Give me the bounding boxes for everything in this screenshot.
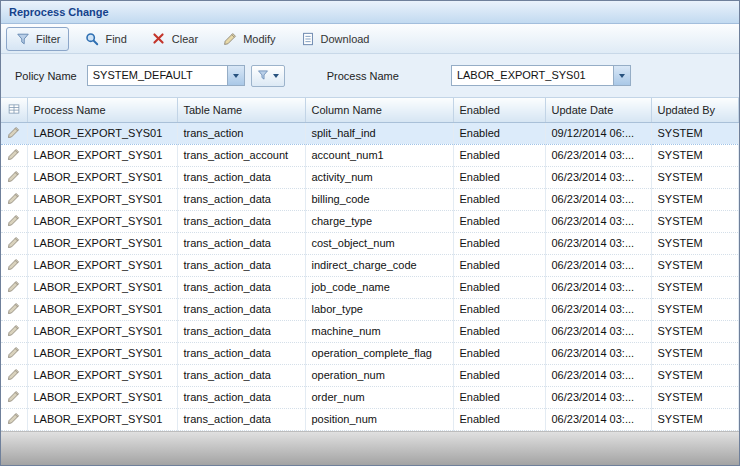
toolbar: Filter Find Clear Modify Download [1, 24, 739, 54]
cell-process-name: LABOR_EXPORT_SYS01 [27, 342, 177, 364]
edit-pencil-icon[interactable] [7, 214, 21, 228]
cell-enabled: Enabled [453, 254, 545, 276]
table-row[interactable]: LABOR_EXPORT_SYS01 trans_action_data act… [1, 166, 739, 188]
row-edit-cell[interactable] [1, 408, 27, 430]
grid-header-process-name[interactable]: Process Name [27, 98, 177, 122]
filter-button[interactable]: Filter [6, 27, 69, 51]
table-row[interactable]: LABOR_EXPORT_SYS01 trans_action_data pos… [1, 408, 739, 430]
status-bar [1, 431, 739, 465]
row-edit-cell[interactable] [1, 122, 27, 144]
grid-header-column-name[interactable]: Column Name [305, 98, 453, 122]
cell-update-date: 06/23/2014 03:... [545, 408, 651, 430]
edit-pencil-icon[interactable] [7, 236, 21, 250]
row-edit-cell[interactable] [1, 210, 27, 232]
process-name-dropdown-arrow[interactable] [613, 66, 630, 85]
grid-header-row: Process Name Table Name Column Name Enab… [1, 98, 739, 122]
cell-update-date: 06/23/2014 03:... [545, 166, 651, 188]
cell-table-name: trans_action [177, 122, 305, 144]
table-row[interactable]: LABOR_EXPORT_SYS01 trans_action split_ha… [1, 122, 739, 144]
filter-icon [15, 31, 31, 47]
cell-table-name: trans_action_data [177, 232, 305, 254]
grid-header-update-date[interactable]: Update Date [545, 98, 651, 122]
edit-pencil-icon[interactable] [7, 390, 21, 404]
filter-options-button[interactable] [251, 65, 285, 87]
row-edit-cell[interactable] [1, 254, 27, 276]
cell-table-name: trans_action_data [177, 408, 305, 430]
window-title: Reprocess Change [9, 6, 109, 18]
edit-pencil-icon[interactable] [7, 258, 21, 272]
table-row[interactable]: LABOR_EXPORT_SYS01 trans_action_data ope… [1, 364, 739, 386]
grid-header-enabled[interactable]: Enabled [453, 98, 545, 122]
table-row[interactable]: LABOR_EXPORT_SYS01 trans_action_data job… [1, 276, 739, 298]
table-row[interactable]: LABOR_EXPORT_SYS01 trans_action_account … [1, 144, 739, 166]
table-row[interactable]: LABOR_EXPORT_SYS01 trans_action_data ord… [1, 386, 739, 408]
cell-update-date: 06/23/2014 03:... [545, 276, 651, 298]
policy-name-value[interactable]: SYSTEM_DEFAULT [88, 66, 227, 85]
edit-pencil-icon[interactable] [7, 368, 21, 382]
grid-header-updated-by[interactable]: Updated By [651, 98, 739, 122]
row-edit-cell[interactable] [1, 232, 27, 254]
chevron-down-icon [273, 74, 279, 78]
table-row[interactable]: LABOR_EXPORT_SYS01 trans_action_data ope… [1, 342, 739, 364]
cell-update-date: 06/23/2014 03:... [545, 320, 651, 342]
policy-name-combo[interactable]: SYSTEM_DEFAULT [87, 65, 245, 86]
cell-enabled: Enabled [453, 320, 545, 342]
edit-pencil-icon[interactable] [7, 148, 21, 162]
download-button-label: Download [321, 33, 370, 45]
table-row[interactable]: LABOR_EXPORT_SYS01 trans_action_data cha… [1, 210, 739, 232]
cell-enabled: Enabled [453, 342, 545, 364]
edit-pencil-icon[interactable] [7, 346, 21, 360]
cell-table-name: trans_action_data [177, 188, 305, 210]
row-edit-cell[interactable] [1, 166, 27, 188]
find-button[interactable]: Find [75, 27, 135, 51]
cell-table-name: trans_action_data [177, 276, 305, 298]
cell-table-name: trans_action_data [177, 254, 305, 276]
filter-button-label: Filter [36, 33, 60, 45]
edit-pencil-icon[interactable] [7, 126, 21, 140]
row-edit-cell[interactable] [1, 188, 27, 210]
table-row[interactable]: LABOR_EXPORT_SYS01 trans_action_data mac… [1, 320, 739, 342]
cell-enabled: Enabled [453, 232, 545, 254]
cell-process-name: LABOR_EXPORT_SYS01 [27, 188, 177, 210]
process-name-value[interactable]: LABOR_EXPORT_SYS01 [452, 66, 613, 85]
table-row[interactable]: LABOR_EXPORT_SYS01 trans_action_data bil… [1, 188, 739, 210]
row-edit-cell[interactable] [1, 386, 27, 408]
grid-header-selector[interactable] [1, 98, 27, 122]
clear-icon [151, 31, 167, 47]
edit-pencil-icon[interactable] [7, 302, 21, 316]
modify-button[interactable]: Modify [213, 27, 284, 51]
process-name-combo[interactable]: LABOR_EXPORT_SYS01 [451, 65, 631, 86]
edit-pencil-icon[interactable] [7, 324, 21, 338]
download-button[interactable]: Download [291, 27, 379, 51]
edit-pencil-icon[interactable] [7, 412, 21, 426]
edit-pencil-icon[interactable] [7, 280, 21, 294]
edit-pencil-icon[interactable] [7, 192, 21, 206]
row-edit-cell[interactable] [1, 320, 27, 342]
policy-name-dropdown-arrow[interactable] [227, 66, 244, 85]
table-row[interactable]: LABOR_EXPORT_SYS01 trans_action_data lab… [1, 298, 739, 320]
row-edit-cell[interactable] [1, 276, 27, 298]
cell-updated-by: SYSTEM [651, 188, 739, 210]
modify-button-label: Modify [243, 33, 275, 45]
cell-updated-by: SYSTEM [651, 210, 739, 232]
edit-pencil-icon[interactable] [7, 170, 21, 184]
clear-button[interactable]: Clear [142, 27, 207, 51]
cell-enabled: Enabled [453, 408, 545, 430]
grid-header-table-name[interactable]: Table Name [177, 98, 305, 122]
cell-enabled: Enabled [453, 386, 545, 408]
row-edit-cell[interactable] [1, 144, 27, 166]
cell-column-name: account_num1 [305, 144, 453, 166]
grid-body: LABOR_EXPORT_SYS01 trans_action split_ha… [1, 122, 739, 430]
table-row[interactable]: LABOR_EXPORT_SYS01 trans_action_data ind… [1, 254, 739, 276]
cell-table-name: trans_action_data [177, 342, 305, 364]
cell-process-name: LABOR_EXPORT_SYS01 [27, 320, 177, 342]
cell-update-date: 06/23/2014 03:... [545, 386, 651, 408]
cell-updated-by: SYSTEM [651, 386, 739, 408]
row-edit-cell[interactable] [1, 298, 27, 320]
cell-enabled: Enabled [453, 298, 545, 320]
grid-selector-icon [8, 105, 20, 117]
cell-enabled: Enabled [453, 210, 545, 232]
row-edit-cell[interactable] [1, 342, 27, 364]
table-row[interactable]: LABOR_EXPORT_SYS01 trans_action_data cos… [1, 232, 739, 254]
row-edit-cell[interactable] [1, 364, 27, 386]
